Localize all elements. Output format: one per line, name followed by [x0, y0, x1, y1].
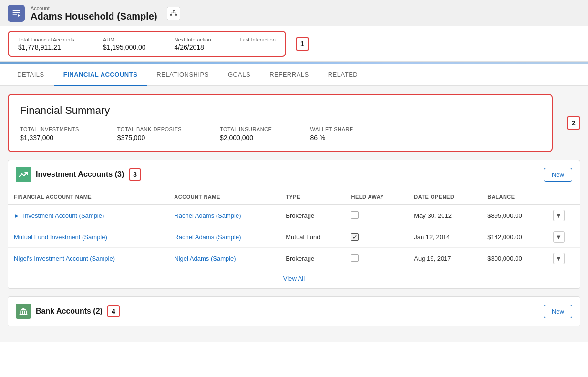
row3-balance: $300,000.00 — [482, 248, 547, 269]
page-title: Adams Household (Sample) — [31, 11, 157, 22]
col-date-opened: DATE OPENED — [408, 189, 482, 205]
row1-type: Brokerage — [280, 205, 345, 226]
stats-panel: Total Financial Accounts $1,778,911.21 A… — [8, 31, 286, 57]
tab-referrals[interactable]: REFERRALS — [260, 64, 319, 86]
row2-account-link[interactable]: Mutual Fund Investment (Sample) — [14, 234, 107, 241]
wallet-share-label: WALLET SHARE — [310, 126, 353, 132]
investment-accounts-new-button[interactable]: New — [544, 168, 572, 182]
col-balance: BALANCE — [482, 189, 547, 205]
total-insurance-label: TOTAL INSURANCE — [220, 126, 272, 132]
investment-accounts-title: Investment Accounts (3) — [36, 170, 124, 179]
total-insurance-value: $2,000,000 — [220, 134, 272, 142]
tab-relationships[interactable]: RELATIONSHIPS — [147, 64, 218, 86]
row3-held-away — [345, 248, 408, 269]
col-held-away: HELD AWAY — [345, 189, 408, 205]
bank-accounts-title: Bank Accounts (2) — [36, 307, 103, 316]
bank-accounts-section: Bank Accounts (2) 4 New — [8, 296, 580, 326]
table-row: Nigel's Investment Account (Sample) Nige… — [8, 248, 580, 269]
investment-accounts-title-area: Investment Accounts (3) 3 — [16, 167, 141, 182]
row3-dropdown-button[interactable]: ▼ — [553, 253, 565, 264]
expand-icon[interactable]: ► — [14, 213, 20, 219]
account-icon — [8, 5, 25, 22]
content-area: Financial Summary TOTAL INVESTMENTS $1,3… — [0, 86, 588, 342]
annotation-3: 3 — [129, 168, 141, 181]
row3-type: Brokerage — [280, 248, 345, 269]
aum-label: AUM — [103, 37, 146, 42]
row3-account-name[interactable]: Nigel Adams (Sample) — [168, 248, 280, 269]
aum-value: $1,195,000.00 — [103, 43, 146, 51]
bank-icon — [16, 304, 31, 319]
total-investments-metric: TOTAL INVESTMENTS $1,337,000 — [20, 126, 79, 142]
total-insurance-metric: TOTAL INSURANCE $2,000,000 — [220, 126, 272, 142]
bank-accounts-title-area: Bank Accounts (2) 4 — [16, 304, 120, 319]
total-financial-accounts-value: $1,778,911.21 — [18, 43, 74, 51]
total-investments-label: TOTAL INVESTMENTS — [20, 126, 79, 132]
col-actions — [547, 189, 580, 205]
row2-account-name[interactable]: Rachel Adams (Sample) — [168, 226, 280, 248]
next-interaction-label: Next Interaction — [175, 37, 211, 42]
row2-dropdown-button[interactable]: ▼ — [553, 231, 565, 243]
row2-date-opened: Jan 12, 2014 — [408, 226, 482, 248]
financial-summary-wrapper: Financial Summary TOTAL INVESTMENTS $1,3… — [8, 94, 580, 152]
row1-financial-account-name: ► Investment Account (Sample) — [8, 205, 168, 226]
row3-dropdown: ▼ — [547, 248, 580, 269]
tab-financial-accounts[interactable]: FINANCIAL ACCOUNTS — [54, 64, 147, 86]
table-row: ► Investment Account (Sample) Rachel Ada… — [8, 205, 580, 226]
checkbox-unchecked[interactable] — [351, 211, 359, 219]
total-investments-value: $1,337,000 — [20, 134, 79, 142]
tab-related[interactable]: RELATED — [319, 64, 368, 86]
svg-rect-0 — [173, 10, 175, 11]
total-bank-deposits-metric: TOTAL BANK DEPOSITS $375,000 — [117, 126, 182, 142]
total-bank-deposits-label: TOTAL BANK DEPOSITS — [117, 126, 182, 132]
bank-accounts-header: Bank Accounts (2) 4 New — [8, 297, 580, 326]
row3-account-link[interactable]: Nigel's Investment Account (Sample) — [14, 255, 115, 262]
investment-accounts-table: FINANCIAL ACCOUNT NAME ACCOUNT NAME TYPE… — [8, 189, 580, 288]
investment-accounts-table-wrapper: FINANCIAL ACCOUNT NAME ACCOUNT NAME TYPE… — [8, 189, 580, 288]
row1-balance: $895,000.00 — [482, 205, 547, 226]
next-interaction-value: 4/26/2018 — [175, 43, 211, 51]
row1-dropdown: ▼ — [547, 205, 580, 226]
financial-summary-panel: Financial Summary TOTAL INVESTMENTS $1,3… — [8, 94, 553, 152]
wallet-share-metric: WALLET SHARE 86 % — [310, 126, 353, 142]
checkbox-unchecked[interactable] — [351, 254, 359, 262]
view-all-cell[interactable]: View All — [8, 269, 580, 288]
row1-dropdown-button[interactable]: ▼ — [553, 210, 565, 221]
last-interaction-label: Last Interaction — [240, 37, 276, 42]
tab-details[interactable]: DETAILS — [8, 64, 54, 86]
page-wrapper: Account Adams Household (Sample) Total F… — [0, 0, 588, 377]
tabs-bar: DETAILS FINANCIAL ACCOUNTS RELATIONSHIPS… — [0, 64, 588, 86]
page-header: Account Adams Household (Sample) — [0, 0, 588, 26]
svg-rect-2 — [175, 14, 177, 15]
table-row: Mutual Fund Investment (Sample) Rachel A… — [8, 226, 580, 248]
checkbox-checked[interactable]: ✓ — [351, 233, 359, 241]
row3-financial-account-name: Nigel's Investment Account (Sample) — [8, 248, 168, 269]
header-title-area: Account Adams Household (Sample) — [31, 5, 157, 22]
row1-date-opened: May 30, 2012 — [408, 205, 482, 226]
tab-goals[interactable]: GOALS — [218, 64, 260, 86]
total-bank-deposits-value: $375,000 — [117, 134, 182, 142]
row1-account-name[interactable]: Rachel Adams (Sample) — [168, 205, 280, 226]
row2-balance: $142,000.00 — [482, 226, 547, 248]
breadcrumb: Account — [31, 5, 157, 11]
row2-financial-account-name: Mutual Fund Investment (Sample) — [8, 226, 168, 248]
financial-summary-title: Financial Summary — [20, 104, 540, 117]
row3-date-opened: Aug 19, 2017 — [408, 248, 482, 269]
total-financial-accounts-stat: Total Financial Accounts $1,778,911.21 — [18, 37, 74, 51]
bank-accounts-new-button[interactable]: New — [544, 305, 572, 318]
annotation-4: 4 — [107, 305, 120, 317]
investment-accounts-section: Investment Accounts (3) 3 New FINANCIAL … — [8, 160, 580, 289]
wallet-share-value: 86 % — [310, 134, 353, 142]
investment-accounts-header: Investment Accounts (3) 3 New — [8, 160, 580, 189]
row1-account-link[interactable]: Investment Account (Sample) — [23, 212, 104, 219]
total-financial-accounts-label: Total Financial Accounts — [18, 37, 74, 42]
annotation-1: 1 — [296, 37, 309, 51]
col-financial-account-name: FINANCIAL ACCOUNT NAME — [8, 189, 168, 205]
org-chart-button[interactable] — [167, 7, 180, 20]
col-type: TYPE — [280, 189, 345, 205]
svg-rect-1 — [170, 14, 172, 15]
row2-held-away: ✓ — [345, 226, 408, 248]
row2-type: Mutual Fund — [280, 226, 345, 248]
annotation-2: 2 — [567, 116, 580, 130]
investment-icon — [16, 167, 31, 182]
stats-bar: Total Financial Accounts $1,778,911.21 A… — [0, 26, 588, 62]
